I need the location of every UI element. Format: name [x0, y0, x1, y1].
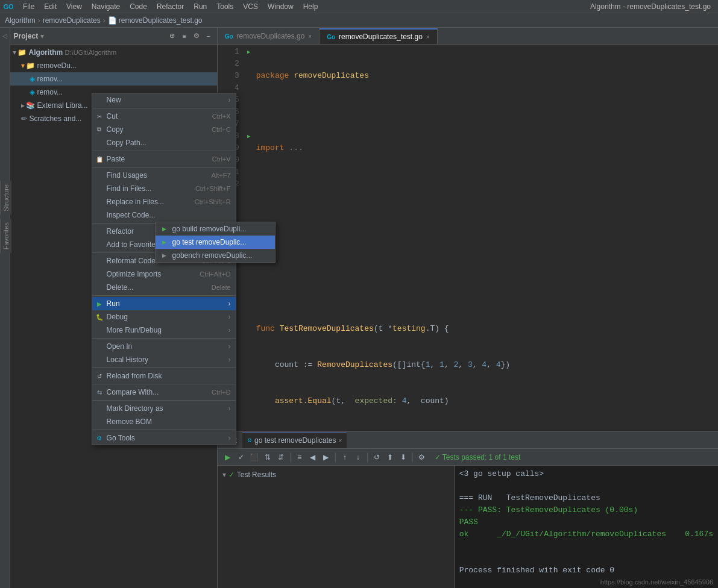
tab-test[interactable]: Go removeDuplicates_test.go ×	[320, 28, 437, 44]
tab-main[interactable]: Go removeDuplicates.go ×	[218, 28, 320, 44]
ctx-run-icon: ▶	[95, 299, 104, 308]
ctx-more-run[interactable]: More Run/Debug ›	[92, 324, 236, 337]
run-button[interactable]: ▶	[222, 452, 233, 463]
test-sidebar: ▾ ✓ Test Results	[218, 466, 455, 588]
gutter-run-1[interactable]: ▶	[244, 46, 254, 58]
menu-window[interactable]: Window	[263, 1, 298, 12]
ctx-sep-7	[92, 338, 236, 339]
tree-item-removeduplicates-go[interactable]: ◈ remov...	[10, 72, 217, 86]
menu-vcs[interactable]: VCS	[238, 1, 263, 12]
left-strip: ◁	[0, 28, 10, 588]
gutter-run-8[interactable]: ▶	[244, 130, 254, 142]
ctx-local-history[interactable]: Local History ›	[92, 353, 236, 366]
menu-help[interactable]: Help	[298, 1, 323, 12]
structure-panel-tab[interactable]: Structure	[0, 181, 11, 215]
project-toggle-icon[interactable]: ◁	[2, 33, 7, 39]
ctx-sep-10	[92, 400, 236, 401]
panel-icon-scope[interactable]: ⊕	[168, 31, 177, 41]
toolbar-sep-1	[290, 452, 291, 462]
submenu-build[interactable]: go build removeDupli...	[156, 222, 275, 236]
terminal-output[interactable]: <3 go setup calls> === RUN TestRemoveDup…	[455, 466, 718, 588]
main-layout: ◁ Project ▾ ⊕ ≡ ⚙ − ▾ 📁 Algorithm D:\UGi…	[0, 28, 718, 588]
run-tab-active[interactable]: ⚙ go test removeDuplicates ×	[242, 433, 347, 448]
breadcrumb-part-1[interactable]: removeDuplicates	[43, 16, 101, 25]
run-tab-close[interactable]: ×	[338, 437, 342, 444]
ctx-sep-3	[92, 167, 236, 167]
breadcrumb-part-2[interactable]: removeDuplicates_test.go	[119, 16, 203, 25]
code-line-7	[254, 287, 718, 299]
panel-dropdown-icon[interactable]: ▾	[40, 32, 44, 40]
menu-code[interactable]: Code	[125, 1, 152, 12]
export-button[interactable]: ⬆	[385, 452, 395, 463]
context-menu: New › ✂ Cut Ctrl+X ⧉ Copy Ctrl+C Copy Pa…	[92, 93, 236, 445]
scroll-up-button[interactable]: ↑	[339, 452, 350, 463]
code-content[interactable]: package removeDuplicates import ... func…	[254, 45, 718, 431]
ctx-find-usages[interactable]: Find Usages Alt+F7	[92, 169, 236, 182]
ctx-run[interactable]: ▶ Run ›	[92, 297, 236, 310]
ctx-remove-bom[interactable]: Remove BOM	[92, 415, 236, 428]
loop-button[interactable]: ↺	[371, 452, 382, 463]
ctx-go-tools[interactable]: ⚙ Go Tools ›	[92, 431, 236, 445]
next-button[interactable]: ▶	[321, 452, 332, 463]
sort-desc-button[interactable]: ⇵	[276, 452, 286, 463]
ctx-go-tools-arrow: ›	[228, 434, 231, 442]
ctx-mark-dir[interactable]: Mark Directory as ›	[92, 402, 236, 415]
panel-icon-settings[interactable]: ⚙	[192, 31, 201, 41]
breadcrumb-sep-0: ›	[38, 16, 40, 25]
ctx-optimize[interactable]: Optimize Imports Ctrl+Alt+O	[92, 267, 236, 281]
tree-item-removeduplicates-folder[interactable]: ▾ 📁 removeDu...	[10, 59, 217, 72]
ctx-compare[interactable]: ⇆ Compare With... Ctrl+D	[92, 386, 236, 399]
bottom-panel: Run: ⚙ go test removeDuplicates × ▶ ✓ ⬛ …	[218, 431, 718, 588]
menu-edit[interactable]: Edit	[39, 1, 61, 12]
ctx-cut[interactable]: ✂ Cut Ctrl+X	[92, 110, 236, 123]
tree-item-algorithm[interactable]: ▾ 📁 Algorithm D:\UGit\Algorithm	[10, 46, 217, 59]
menu-view[interactable]: View	[61, 1, 87, 12]
ctx-new[interactable]: New ›	[92, 93, 236, 107]
ctx-replace[interactable]: Replace in Files... Ctrl+Shift+R	[92, 195, 236, 208]
menu-tools[interactable]: Tools	[212, 1, 238, 12]
prev-button[interactable]: ◀	[307, 452, 318, 463]
ctx-inspect[interactable]: Inspect Code...	[92, 208, 236, 222]
tab-main-close[interactable]: ×	[308, 33, 312, 40]
menu-file[interactable]: File	[18, 1, 39, 12]
ctx-open-in[interactable]: Open In ›	[92, 340, 236, 353]
project-panel: Project ▾ ⊕ ≡ ⚙ − ▾ 📁 Algorithm D:\UGit\…	[10, 28, 218, 588]
scroll-down-button[interactable]: ↓	[353, 452, 364, 463]
ctx-debug-icon: 🐛	[95, 312, 104, 322]
stop-button[interactable]: ⬛	[249, 452, 260, 463]
tab-test-close[interactable]: ×	[426, 34, 430, 40]
check-button[interactable]: ✓	[236, 452, 247, 463]
test-results-header[interactable]: ▾ ✓ Test Results	[218, 468, 454, 481]
code-editor[interactable]: 1 2 3 4 5 6 7 8 9 10 11 12 ▶	[218, 45, 718, 431]
import-button[interactable]: ⬇	[398, 452, 409, 463]
app-logo: GO	[2, 1, 14, 13]
ctx-replace-icon	[95, 197, 104, 207]
panel-icon-collapse[interactable]: ≡	[180, 31, 189, 41]
filter-button[interactable]: ≡	[294, 452, 305, 463]
code-line-3: import ...	[254, 142, 718, 154]
ctx-delete[interactable]: Delete... Delete	[92, 281, 236, 294]
test-results-label: Test Results	[237, 471, 276, 479]
submenu-bench[interactable]: gobench removeDuplic...	[156, 249, 275, 262]
ctx-copy-path[interactable]: Copy Path...	[92, 136, 236, 149]
menu-refactor[interactable]: Refactor	[152, 1, 189, 12]
submenu-test[interactable]: go test removeDuplic...	[156, 236, 275, 249]
ctx-favorites-icon	[95, 240, 104, 249]
ctx-reload[interactable]: ↺ Reload from Disk	[92, 369, 236, 383]
ctx-find-files[interactable]: Find in Files... Ctrl+Shift+F	[92, 182, 236, 195]
ctx-debug[interactable]: 🐛 Debug ›	[92, 310, 236, 324]
favorites-panel-tab[interactable]: Favorites	[0, 219, 11, 253]
ctx-copy[interactable]: ⧉ Copy Ctrl+C	[92, 123, 236, 136]
code-line-4	[254, 178, 718, 190]
panel-icon-minimize[interactable]: −	[204, 31, 213, 41]
ctx-open-in-arrow: ›	[228, 342, 231, 351]
tab-main-label: removeDuplicates.go	[237, 32, 305, 40]
left-panels: Structure Favorites	[0, 181, 11, 253]
ctx-debug-arrow: ›	[228, 313, 231, 321]
menu-navigate[interactable]: Navigate	[87, 1, 125, 12]
ctx-paste[interactable]: 📋 Paste Ctrl+V	[92, 152, 236, 166]
settings-button[interactable]: ⚙	[417, 452, 427, 463]
sort-asc-button[interactable]: ⇅	[262, 452, 273, 463]
breadcrumb-part-0[interactable]: Algorithm	[5, 16, 36, 25]
menu-run[interactable]: Run	[189, 1, 212, 12]
